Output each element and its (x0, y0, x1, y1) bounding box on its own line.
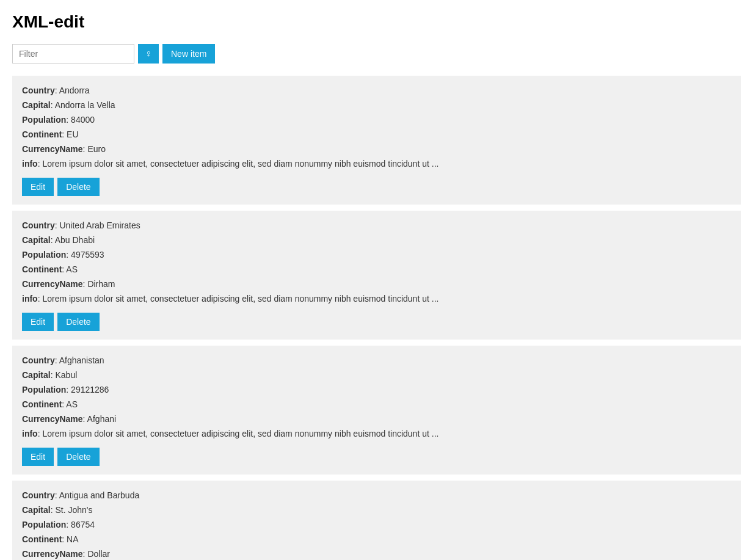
field-label-currencyName: CurrencyName (22, 144, 83, 154)
card-actions: EditDelete (22, 313, 731, 331)
field-population: Population: 84000 (22, 114, 731, 126)
field-label-capital: Capital (22, 505, 51, 515)
field-label-population: Population (22, 520, 66, 529)
field-currencyName: CurrencyName: Euro (22, 143, 731, 156)
field-label-population: Population (22, 250, 66, 260)
card-actions: EditDelete (22, 178, 731, 196)
field-label-info: info (22, 159, 38, 169)
new-item-button[interactable]: New item (162, 44, 215, 64)
field-label-capital: Capital (22, 370, 51, 380)
field-label-capital: Capital (22, 235, 51, 245)
field-capital: Capital: Abu Dhabi (22, 234, 731, 247)
item-card: Country: Antigua and BarbudaCapital: St.… (12, 481, 741, 560)
field-capital: Capital: St. John's (22, 504, 731, 517)
field-info: info: Lorem ipsum dolor sit amet, consec… (22, 293, 731, 305)
items-container: Country: AndorraCapital: Andorra la Vell… (12, 76, 741, 560)
field-currencyName: CurrencyName: Dirham (22, 278, 731, 291)
field-continent: Continent: NA (22, 533, 731, 546)
field-continent: Continent: EU (22, 128, 731, 141)
edit-button[interactable]: Edit (22, 313, 54, 331)
field-country: Country: Andorra (22, 84, 731, 97)
field-population: Population: 86754 (22, 518, 731, 531)
field-label-country: Country (22, 85, 55, 95)
field-currencyName: CurrencyName: Dollar (22, 548, 731, 560)
page-title: XML-edit (12, 12, 741, 32)
field-continent: Continent: AS (22, 398, 731, 411)
filter-input[interactable] (12, 44, 134, 64)
card-actions: EditDelete (22, 448, 731, 466)
field-label-population: Population (22, 385, 66, 395)
filter-icon: ♀ (145, 48, 152, 59)
field-continent: Continent: AS (22, 263, 731, 276)
delete-button[interactable]: Delete (57, 313, 99, 331)
item-card: Country: United Arab EmiratesCapital: Ab… (12, 211, 741, 340)
field-currencyName: CurrencyName: Afghani (22, 413, 731, 426)
delete-button[interactable]: Delete (57, 178, 99, 196)
toolbar: ♀ New item (12, 44, 741, 64)
field-capital: Capital: Andorra la Vella (22, 99, 731, 112)
field-country: Country: Antigua and Barbuda (22, 489, 731, 502)
item-card: Country: AndorraCapital: Andorra la Vell… (12, 76, 741, 205)
field-info: info: Lorem ipsum dolor sit amet, consec… (22, 427, 731, 440)
field-label-continent: Continent (22, 534, 62, 544)
field-country: Country: Afghanistan (22, 354, 731, 367)
field-population: Population: 29121286 (22, 384, 731, 396)
field-label-country: Country (22, 490, 55, 500)
field-label-currencyName: CurrencyName (22, 414, 83, 424)
field-label-continent: Continent (22, 129, 62, 139)
field-label-info: info (22, 429, 38, 438)
filter-icon-button[interactable]: ♀ (138, 44, 159, 64)
delete-button[interactable]: Delete (57, 448, 99, 466)
field-country: Country: United Arab Emirates (22, 219, 731, 232)
field-label-capital: Capital (22, 100, 51, 110)
field-population: Population: 4975593 (22, 249, 731, 261)
edit-button[interactable]: Edit (22, 448, 54, 466)
field-label-country: Country (22, 220, 55, 230)
field-label-currencyName: CurrencyName (22, 549, 83, 559)
field-label-continent: Continent (22, 264, 62, 274)
field-label-continent: Continent (22, 399, 62, 409)
item-card: Country: AfghanistanCapital: KabulPopula… (12, 346, 741, 475)
edit-button[interactable]: Edit (22, 178, 54, 196)
field-label-currencyName: CurrencyName (22, 279, 83, 289)
field-label-info: info (22, 294, 38, 304)
field-label-population: Population (22, 115, 66, 125)
field-label-country: Country (22, 355, 55, 365)
field-info: info: Lorem ipsum dolor sit amet, consec… (22, 158, 731, 170)
field-capital: Capital: Kabul (22, 369, 731, 382)
